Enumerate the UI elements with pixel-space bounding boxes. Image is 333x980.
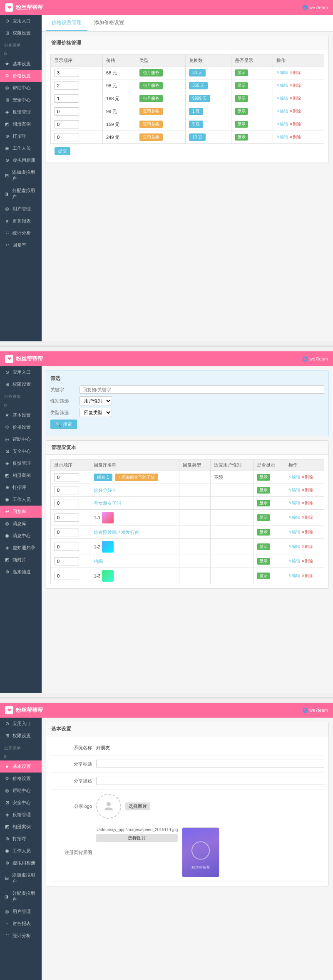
sidebar3-item-stats[interactable]: ∷ 统计分析 bbox=[0, 930, 42, 942]
sidebar2-item-basic[interactable]: ★ 基本设置 bbox=[0, 409, 42, 421]
del-btn-r5[interactable]: ✕删除 bbox=[301, 529, 313, 535]
show-btn-r5[interactable]: 显示 bbox=[257, 529, 270, 536]
sidebar2-item-reply-rate[interactable]: ↩ 回复率 bbox=[0, 506, 42, 518]
sidebar3-item-virt-album[interactable]: ⊛ 虚拟用相册 bbox=[0, 857, 42, 869]
sidebar-item-finance[interactable]: ≡ 财务报表 bbox=[0, 215, 42, 227]
order-input-r[interactable] bbox=[54, 528, 79, 536]
sidebar3-item-album[interactable]: ◩ 相册案例 bbox=[0, 821, 42, 833]
sidebar-item-security[interactable]: ⊠ 安全中心 bbox=[0, 94, 42, 106]
sidebar2-item-notify-log[interactable]: ◈ 虚知通知录 bbox=[0, 542, 42, 554]
edit-btn-r5[interactable]: ✎编辑 bbox=[288, 529, 300, 535]
show-btn-r[interactable]: 显示 bbox=[257, 474, 270, 481]
sidebar-item-virt-album[interactable]: ⊛ 虚拟用相册 bbox=[0, 154, 42, 166]
sidebar-item-help[interactable]: ◎ 帮助中心 bbox=[0, 82, 42, 94]
del-btn[interactable]: ✕删除 bbox=[289, 83, 301, 89]
order-input-r[interactable] bbox=[54, 543, 79, 551]
sidebar-item-price[interactable]: ⚙ 价格设置 bbox=[0, 70, 42, 82]
sidebar-item-basic[interactable]: ★ 基本设置 bbox=[0, 58, 42, 70]
show-btn[interactable]: 显示 bbox=[235, 95, 248, 102]
del-btn-r3[interactable]: ✕删除 bbox=[301, 500, 313, 506]
choose-logo-btn[interactable]: 选择图片 bbox=[125, 802, 150, 810]
order-input[interactable] bbox=[54, 81, 79, 90]
del-btn[interactable]: ✕删除 bbox=[289, 109, 301, 114]
sidebar2-item-permissions[interactable]: ⊞ 权限设置 bbox=[0, 378, 42, 390]
sidebar-item-greet[interactable]: ⊕ 打招呼 bbox=[0, 130, 42, 142]
sidebar-item-staff[interactable]: ◉ 工作人员 bbox=[0, 142, 42, 154]
del-btn-r8[interactable]: ✕删除 bbox=[301, 573, 313, 579]
order-input[interactable] bbox=[54, 94, 79, 103]
sidebar3-item-users[interactable]: ◎ 用户管理 bbox=[0, 906, 42, 918]
sidebar3-item-security[interactable]: ⊠ 安全中心 bbox=[0, 797, 42, 809]
show-btn-r6[interactable]: 显示 bbox=[257, 543, 270, 550]
del-btn-r4[interactable]: ✕删除 bbox=[301, 515, 313, 521]
show-btn[interactable]: 显示 bbox=[235, 82, 248, 89]
edit-btn[interactable]: ✎编辑 bbox=[276, 96, 288, 101]
del-btn-r6[interactable]: ✕删除 bbox=[301, 544, 313, 550]
sidebar-item-users[interactable]: ◎ 用户管理 bbox=[0, 203, 42, 215]
show-btn[interactable]: 显示 bbox=[235, 121, 248, 128]
del-btn-r[interactable]: ✕删除 bbox=[301, 474, 313, 480]
order-input[interactable] bbox=[54, 107, 79, 116]
edit-btn[interactable]: ✎编辑 bbox=[276, 121, 288, 127]
sidebar-item-assign-virt[interactable]: ◑ 分配虚拟用户 bbox=[0, 185, 42, 203]
del-btn[interactable]: ✕删除 bbox=[289, 134, 301, 140]
sidebar2-item-channel[interactable]: ⊛ 温来频道 bbox=[0, 566, 42, 578]
show-btn-r3[interactable]: 显示 bbox=[257, 500, 270, 506]
order-input[interactable] bbox=[54, 69, 79, 77]
order-input-r[interactable] bbox=[54, 473, 79, 481]
del-btn-r2[interactable]: ✕删除 bbox=[301, 487, 313, 493]
sidebar2-item-msg-center[interactable]: ◉ 消息中心 bbox=[0, 530, 42, 542]
edit-btn-r2[interactable]: ✎编辑 bbox=[288, 487, 300, 493]
show-btn[interactable]: 显示 bbox=[235, 69, 248, 76]
sidebar3-item-feedback[interactable]: ◈ 反馈管理 bbox=[0, 809, 42, 821]
sidebar3-item-finance[interactable]: ≡ 财务报表 bbox=[0, 918, 42, 930]
sidebar2-item-help[interactable]: ◎ 帮助中心 bbox=[0, 433, 42, 445]
edit-btn-r4[interactable]: ✎编辑 bbox=[288, 515, 300, 521]
sidebar2-item-price[interactable]: ⚙ 价格设置 bbox=[0, 421, 42, 433]
sidebar3-item-add-virt[interactable]: ⊞ 添加虚拟用户 bbox=[0, 869, 42, 887]
sidebar3-item-app-entry[interactable]: ⊙ 应用入口 bbox=[0, 718, 42, 730]
submit-btn[interactable]: 提交 bbox=[55, 147, 70, 155]
choose-bg-btn[interactable]: 选择图片 bbox=[96, 834, 178, 842]
del-btn[interactable]: ✕删除 bbox=[289, 96, 301, 101]
type-select[interactable]: 回复类型 bbox=[80, 408, 112, 417]
share-desc-input[interactable] bbox=[96, 777, 324, 785]
order-input-r[interactable] bbox=[54, 513, 79, 522]
sidebar2-item-album[interactable]: ◩ 相册案例 bbox=[0, 469, 42, 481]
sidebar-item-stats[interactable]: ∷ 统计分析 bbox=[0, 227, 42, 239]
sidebar2-item-greet[interactable]: ⊕ 打招呼 bbox=[0, 481, 42, 494]
sidebar-item-reply-rate[interactable]: ↩ 回复率 bbox=[0, 239, 42, 251]
del-btn-r7[interactable]: ✕删除 bbox=[301, 558, 313, 564]
show-btn-r7[interactable]: 显示 bbox=[257, 558, 270, 565]
edit-btn-r[interactable]: ✎编辑 bbox=[288, 474, 300, 480]
edit-btn-r3[interactable]: ✎编辑 bbox=[288, 500, 300, 506]
sidebar-item-app-entry[interactable]: ⊙ 应用入口 bbox=[0, 15, 42, 27]
edit-btn[interactable]: ✎编辑 bbox=[276, 70, 288, 76]
tab-add-price[interactable]: 添加价格设置 bbox=[88, 15, 130, 31]
sidebar2-item-security[interactable]: ⊠ 安全中心 bbox=[0, 445, 42, 457]
order-input-r[interactable] bbox=[54, 557, 79, 565]
show-btn-r8[interactable]: 显示 bbox=[257, 573, 270, 579]
keyword-input[interactable] bbox=[80, 385, 324, 394]
sidebar2-item-cover[interactable]: ◩ 领封片 bbox=[0, 554, 42, 566]
show-btn[interactable]: 显示 bbox=[235, 108, 248, 115]
sidebar2-item-feedback[interactable]: ◈ 反馈管理 bbox=[0, 457, 42, 469]
order-input[interactable] bbox=[54, 120, 79, 128]
sidebar3-item-greet[interactable]: ⊕ 打招呼 bbox=[0, 833, 42, 845]
del-btn[interactable]: ✕删除 bbox=[289, 121, 301, 127]
sidebar-item-album[interactable]: ◩ 相册案例 bbox=[0, 118, 42, 130]
show-btn-r2[interactable]: 显示 bbox=[257, 487, 270, 494]
edit-btn-r8[interactable]: ✎编辑 bbox=[288, 573, 300, 579]
share-title-input[interactable] bbox=[96, 760, 324, 768]
sidebar-item-feedback[interactable]: ◈ 反馈管理 bbox=[0, 106, 42, 118]
edit-btn[interactable]: ✎编辑 bbox=[276, 134, 288, 140]
sidebar3-item-permissions[interactable]: ⊞ 权限设置 bbox=[0, 730, 42, 742]
sidebar2-item-msg-lib[interactable]: ◎ 消息库 bbox=[0, 518, 42, 530]
edit-btn[interactable]: ✎编辑 bbox=[276, 83, 288, 89]
sidebar2-item-app-entry[interactable]: ⊙ 应用入口 bbox=[0, 366, 42, 378]
sidebar-item-add-virt[interactable]: ⊞ 添加虚拟用户 bbox=[0, 166, 42, 185]
show-btn[interactable]: 显示 bbox=[235, 134, 248, 141]
tab-price-manage[interactable]: 价格设置管理 bbox=[46, 15, 87, 31]
show-btn-r4[interactable]: 显示 bbox=[257, 514, 270, 521]
sidebar3-item-staff[interactable]: ◉ 工作人员 bbox=[0, 845, 42, 857]
